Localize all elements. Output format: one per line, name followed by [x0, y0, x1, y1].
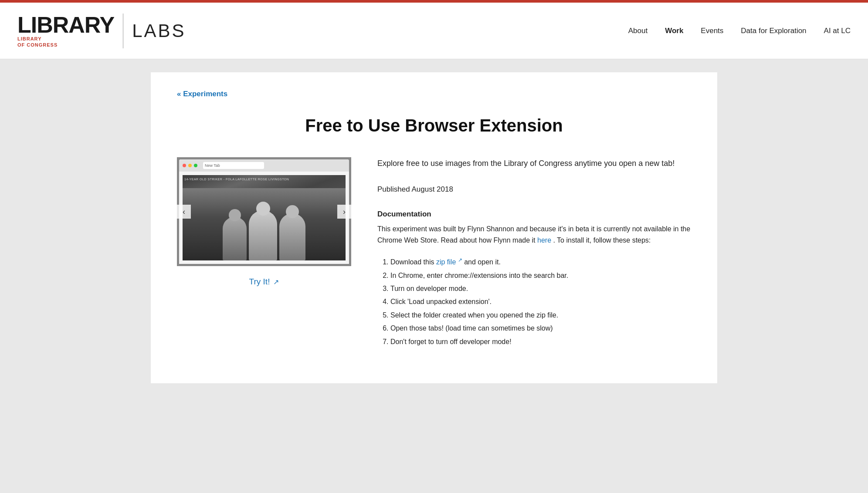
main-nav: About Work Events Data for Exploration A… — [628, 27, 851, 35]
nav-about[interactable]: About — [628, 27, 648, 35]
external-link-icon: ↗ — [273, 278, 279, 286]
logo-area: LIBRARY LIBRARY OF CONGRESS LABS — [17, 14, 186, 48]
carousel-prev-button[interactable]: ‹ — [177, 205, 191, 219]
browser-address-bar: New Tab — [203, 162, 264, 169]
list-item: Turn on developer mode. — [390, 282, 691, 295]
close-dot — [183, 164, 186, 167]
image-caption-text: 14-Year Old Striker - Fola LaFollette Ro… — [184, 178, 289, 181]
left-column: New Tab 14-Year Old Striker - Fola LaFol… — [177, 157, 351, 287]
browser-content: 14-Year Old Striker - Fola LaFollette Ro… — [179, 172, 349, 264]
browser-chrome: New Tab — [179, 159, 349, 172]
content-body: New Tab 14-Year Old Striker - Fola LaFol… — [177, 157, 691, 348]
zip-file-link[interactable]: zip file ↗ — [436, 258, 462, 266]
steps-list: Download this zip file ↗ and open it. In… — [377, 255, 691, 348]
maximize-dot — [194, 164, 197, 167]
list-item: Don't forget to turn off developer mode! — [390, 335, 691, 348]
nav-events[interactable]: Events — [701, 27, 723, 35]
site-header: LIBRARY LIBRARY OF CONGRESS LABS About W… — [0, 3, 868, 59]
try-it-link[interactable]: Try It! ↗ — [249, 277, 279, 287]
list-item: Click 'Load unpacked extension'. — [390, 295, 691, 308]
nav-ai-at-lc[interactable]: AI at LC — [824, 27, 851, 35]
back-to-experiments[interactable]: « Experiments — [177, 90, 227, 98]
documentation-heading: Documentation — [377, 208, 691, 220]
main-wrapper: « Experiments Free to Use Browser Extens… — [0, 59, 868, 493]
library-subtitle: LIBRARY OF CONGRESS — [17, 36, 58, 47]
library-text: LIBRARY — [17, 14, 114, 36]
list-item: Download this zip file ↗ and open it. — [390, 255, 691, 269]
list-item: In Chrome, enter chrome://extensions int… — [390, 269, 691, 282]
carousel-next-button[interactable]: › — [337, 205, 351, 219]
zip-external-icon: ↗ — [458, 257, 462, 263]
published-date: Published August 2018 — [377, 183, 691, 195]
page-title: Free to Use Browser Extension — [177, 116, 691, 135]
browser-mock: New Tab 14-Year Old Striker - Fola LaFol… — [179, 159, 349, 264]
here-link[interactable]: here — [537, 236, 551, 244]
library-logo: LIBRARY LIBRARY OF CONGRESS — [17, 14, 114, 47]
minimize-dot — [188, 164, 192, 167]
nav-data-for-exploration[interactable]: Data for Exploration — [741, 27, 806, 35]
labs-text: LABS — [132, 20, 186, 41]
right-column: Explore free to use images from the Libr… — [377, 157, 691, 348]
documentation-text: This experiment was built by Flynn Shann… — [377, 223, 691, 246]
image-carousel: New Tab 14-Year Old Striker - Fola LaFol… — [177, 157, 351, 266]
description-text: Explore free to use images from the Libr… — [377, 157, 691, 170]
nav-work[interactable]: Work — [665, 27, 683, 35]
list-item: Select the folder created when you opene… — [390, 309, 691, 322]
content-container: « Experiments Free to Use Browser Extens… — [151, 72, 717, 383]
list-item: Open those tabs! (load time can sometime… — [390, 322, 691, 335]
browser-image: 14-Year Old Striker - Fola LaFollette Ro… — [183, 175, 346, 260]
logo-divider — [123, 14, 123, 48]
